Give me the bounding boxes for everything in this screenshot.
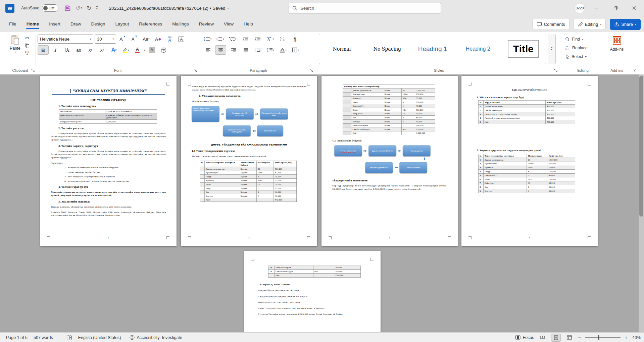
text-effects-icon[interactable]: A▾	[109, 46, 119, 54]
justify-icon[interactable]	[241, 46, 251, 54]
profile-avatar[interactable]: 0229	[575, 3, 585, 13]
page-indicator[interactable]: Page 1 of 5	[6, 335, 28, 340]
numbered-list-icon[interactable]: 123▾	[215, 35, 226, 43]
save-icon[interactable]	[64, 5, 71, 11]
styles-dialog-launcher-icon[interactable]	[554, 69, 558, 72]
grow-font-icon[interactable]: A▲	[117, 35, 128, 44]
zoom-level[interactable]: 40%	[632, 335, 641, 340]
comments-button[interactable]: Comments	[532, 19, 569, 30]
enclose-characters-icon[interactable]	[158, 46, 169, 54]
word-app-icon[interactable]: W	[5, 4, 14, 13]
format-painter-icon[interactable]	[25, 51, 30, 55]
flow-box[interactable]: Материал болон үнийн санал авах	[260, 109, 288, 120]
font-size-combo[interactable]: 30▾	[95, 35, 116, 44]
page-3[interactable]: Шинээр авах тоног төхөөрөмжөөр Давсан ур…	[321, 76, 458, 246]
multilevel-list-icon[interactable]: ▾	[228, 35, 238, 43]
align-left-icon[interactable]	[203, 46, 213, 54]
zoom-in-icon[interactable]: +	[625, 335, 628, 340]
zoom-out-icon[interactable]: −	[578, 335, 581, 340]
tab-mailings[interactable]: Mailings	[168, 19, 193, 29]
focus-button[interactable]: Focus	[515, 335, 534, 340]
tab-draw[interactable]: Draw	[66, 19, 86, 29]
document-canvas[interactable]: “ХУВЦАСНЫ ШҮҮГЭЭ ШИНЭЧЛЭХ” НЭГ. ТӨСЛИЙН …	[0, 74, 644, 332]
replace-button[interactable]: bc Replace	[565, 44, 588, 52]
zoom-slider-thumb[interactable]	[598, 335, 599, 340]
bullet-list-icon[interactable]: ▾	[203, 35, 213, 43]
font-name-combo[interactable]: Helvetica Neue▾	[38, 35, 93, 44]
change-case-icon[interactable]: Aa▾	[141, 35, 151, 44]
style-heading-1[interactable]: Heading 1	[410, 36, 455, 62]
redo-icon[interactable]: ↻	[87, 5, 91, 11]
share-button[interactable]: Share ▾	[610, 19, 641, 30]
page-4[interactable]: ТАВ. САНХҮҮГИЙН ТООЦОО 1. Үйл ажиллагаан…	[461, 76, 598, 246]
clear-formatting-icon[interactable]: A	[153, 35, 163, 44]
flow-box[interactable]: Түүхий эд бэлтгэх	[334, 146, 362, 157]
flow-box[interactable]: Шүүгээг хүлээн авах байршуулах	[223, 125, 251, 136]
clipboard-dialog-launcher-icon[interactable]	[31, 69, 35, 72]
paragraph-dialog-launcher-icon[interactable]	[310, 69, 313, 72]
flow-box[interactable]: Хэвэнд цутгах	[403, 146, 431, 157]
show-paragraph-marks-icon[interactable]: ¶	[290, 35, 300, 43]
flow-box[interactable]: Захиалга өгөх	[257, 125, 283, 136]
collapse-ribbon-icon[interactable]: ∨	[633, 68, 636, 72]
flow-box[interactable]: Хандив ажиллагааг танилцуулах санал авах	[192, 106, 219, 122]
decrease-indent-icon[interactable]	[240, 35, 250, 43]
accessibility-icon[interactable]	[130, 335, 135, 340]
undo-icon[interactable]: ↺▾	[76, 5, 82, 11]
character-border-icon[interactable]: A	[176, 35, 187, 44]
language-indicator[interactable]: English (United States)	[78, 335, 121, 340]
flow-box[interactable]: Хатаах өнгөлөх	[399, 162, 427, 173]
zoom-slider[interactable]	[585, 337, 621, 338]
phonetic-guide-icon[interactable]: abcA	[164, 35, 175, 44]
asian-layout-icon[interactable]: A▾	[265, 35, 275, 43]
tab-home[interactable]: Home	[22, 19, 44, 29]
print-layout-icon[interactable]	[551, 334, 561, 342]
select-button[interactable]: Select▾	[565, 53, 588, 61]
tab-view[interactable]: View	[219, 19, 238, 29]
page-2[interactable]: компаниуд нь захиалгаар хүүхдийн шүүгээ …	[181, 76, 317, 246]
paste-button[interactable]: Paste ▾	[7, 35, 23, 54]
sort-icon[interactable]: AZ	[277, 35, 288, 43]
shading-icon[interactable]: ▾	[278, 46, 288, 54]
font-color-icon[interactable]: A	[132, 46, 143, 54]
line-spacing-icon[interactable]: ▾	[265, 46, 276, 54]
font-dialog-launcher-icon[interactable]	[194, 69, 197, 72]
read-mode-icon[interactable]	[538, 334, 547, 341]
tab-help[interactable]: Help	[239, 19, 257, 29]
cut-icon[interactable]: ✂	[25, 35, 29, 41]
bold-icon[interactable]: B	[38, 45, 49, 55]
tab-insert[interactable]: Insert	[45, 19, 65, 29]
align-right-icon[interactable]	[228, 46, 239, 54]
shrink-font-icon[interactable]: A▼	[129, 35, 140, 44]
flow-box[interactable]: Хандивын мөнгийг цуглуулах	[226, 109, 254, 120]
tab-layout[interactable]: Layout	[111, 19, 134, 29]
tab-references[interactable]: References	[135, 19, 166, 29]
italic-icon[interactable]: I	[50, 46, 60, 54]
copy-icon[interactable]	[25, 43, 30, 48]
autosave-toggle[interactable]: Off	[42, 4, 58, 12]
style-normal[interactable]: Normal	[319, 36, 364, 62]
character-shading-icon[interactable]: A	[147, 46, 157, 54]
restore-button[interactable]	[608, 2, 623, 14]
tab-review[interactable]: Review	[195, 19, 218, 29]
document-title[interactable]: 202511_2428e6096dfa061fdc885fefa7b2701e …	[109, 6, 229, 11]
tab-file[interactable]: File	[5, 19, 21, 29]
vertical-scrollbar[interactable]	[639, 74, 644, 332]
word-count[interactable]: 507 words	[34, 335, 53, 340]
tab-design[interactable]: Design	[87, 19, 110, 29]
subscript-icon[interactable]: x2	[85, 46, 96, 54]
align-center-icon[interactable]	[215, 45, 226, 55]
minimize-button[interactable]	[590, 2, 604, 14]
web-layout-icon[interactable]	[565, 334, 574, 341]
underline-icon[interactable]: U▾	[62, 46, 72, 54]
superscript-icon[interactable]: x2	[97, 46, 107, 54]
style-no-spacing[interactable]: No Spacing	[364, 36, 410, 62]
page-1[interactable]: “ХУВЦАСНЫ ШҮҮГЭЭ ШИНЭЧЛЭХ” НЭГ. ТӨСЛИЙН …	[40, 76, 177, 246]
page-5[interactable]: 10Цахилгаан өрөм1100,00011Сав баглаа боо…	[244, 251, 381, 332]
style-title[interactable]: Title	[501, 36, 546, 62]
distributed-icon[interactable]	[253, 46, 263, 54]
qat-overflow-icon[interactable]: ▾	[96, 6, 98, 10]
addins-button[interactable]: Add-ins	[605, 36, 629, 52]
flow-box[interactable]: Давсан зуурмаг бэлтгэх	[368, 146, 396, 157]
accessibility-status[interactable]: Accessibility: Investigate	[137, 335, 182, 340]
